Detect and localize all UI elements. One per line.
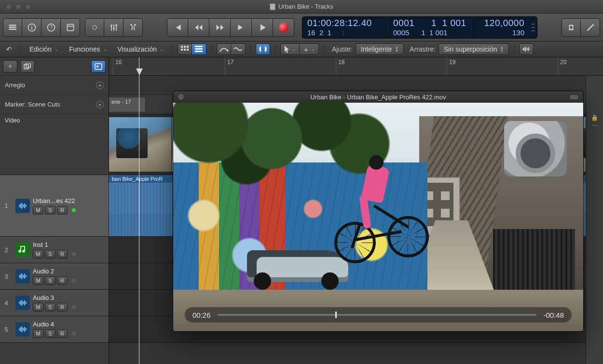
sidebar-arreglo[interactable]: Arreglo + — [0, 76, 109, 95]
go-to-start-button[interactable] — [167, 18, 188, 37]
editors-button[interactable] — [123, 18, 143, 37]
help-button[interactable]: ? — [41, 18, 61, 37]
svg-rect-11 — [113, 27, 114, 29]
solo-button[interactable]: S — [45, 206, 55, 215]
midi-track-icon — [15, 243, 30, 257]
plus-icon[interactable]: + — [96, 81, 104, 89]
global-tracks-button[interactable] — [91, 60, 106, 73]
svg-rect-19 — [184, 49, 186, 51]
svg-rect-16 — [184, 46, 186, 48]
record-button[interactable] — [273, 18, 294, 37]
track-number: 5 — [0, 326, 13, 333]
sidebar-marker[interactable]: Marker: Scene Cuts + — [0, 95, 109, 114]
rewind-button[interactable] — [188, 18, 209, 37]
ajuste-select[interactable]: Inteligente▲▼ — [356, 43, 404, 55]
sidebar-video[interactable]: Vídeo — [0, 114, 109, 175]
lcd-display[interactable]: 01:00:28:12.40 16 2 1 1 0001 1 1 001 000… — [302, 16, 537, 39]
track-number: 4 — [0, 299, 13, 307]
duplicate-track-button[interactable] — [20, 60, 35, 73]
playhead-knob-icon[interactable] — [136, 68, 143, 76]
window-title: Urban Bike - Tracks — [278, 3, 333, 10]
menu-funciones[interactable]: Funciones⌄ — [65, 43, 111, 55]
video-window-handle[interactable] — [570, 95, 578, 99]
menu-edicion[interactable]: Edición⌄ — [26, 43, 62, 55]
track-name: Urban…es 422 — [33, 197, 109, 204]
video-preview-window[interactable]: Urban Bike - Urban Bike_Apple ProRes 422… — [173, 91, 584, 332]
smart-controls-button[interactable] — [85, 18, 104, 37]
library-button[interactable] — [3, 18, 22, 37]
marker-region[interactable]: ene - 17 — [109, 97, 146, 112]
input-monitor-dot — [72, 305, 76, 309]
pointer-tool-button[interactable]: ⌄ — [280, 43, 300, 55]
view-list-button[interactable] — [192, 43, 206, 55]
video-window-titlebar[interactable]: Urban Bike - Urban Bike_Apple ProRes 422… — [173, 91, 583, 103]
svg-rect-5 — [31, 25, 32, 26]
tools-right-button[interactable] — [581, 18, 600, 37]
playhead[interactable] — [139, 57, 139, 364]
lcd-beats-dim: 1 — [342, 28, 345, 37]
add-track-button[interactable]: ＋ — [3, 60, 17, 73]
marker-label: Marker: Scene Cuts — [5, 101, 60, 108]
mute-button[interactable]: M — [33, 276, 43, 285]
track-header-5[interactable]: 5 Audio 4 M S R — [0, 316, 109, 343]
track-header-4[interactable]: 4 Audio 3 M S R — [0, 290, 109, 316]
timeline-ruler[interactable]: 16 17 18 19 20 — [109, 57, 603, 76]
video-close-button[interactable] — [178, 94, 184, 100]
track-header-2[interactable]: 2 Inst 1 M S R — [0, 237, 109, 263]
mute-button[interactable]: M — [33, 250, 43, 258]
video-label: Vídeo — [5, 117, 20, 124]
mixer-button[interactable] — [104, 18, 123, 37]
info-button[interactable] — [22, 18, 41, 37]
scrub-position[interactable] — [335, 311, 337, 318]
view-grid-button[interactable] — [178, 43, 192, 55]
record-enable-button[interactable]: R — [57, 276, 68, 285]
back-arrow-icon[interactable]: ↶ — [3, 45, 15, 53]
record-enable-button[interactable]: R — [57, 206, 68, 215]
pencil-tool-button[interactable]: ＋⌄ — [300, 43, 319, 55]
track-name: Audio 3 — [33, 294, 109, 301]
forward-button[interactable] — [209, 18, 231, 37]
lock-icon[interactable]: 🔒 — [586, 114, 603, 121]
track-name: Audio 2 — [33, 268, 109, 275]
mute-button[interactable]: M — [33, 206, 43, 215]
lcd-menu-icon[interactable] — [529, 17, 537, 38]
record-enable-button[interactable]: R — [57, 303, 68, 311]
automation-curve-button[interactable] — [217, 43, 231, 55]
mute-button[interactable]: M — [33, 303, 43, 311]
tracks-menubar: ↶ Edición⌄ Funciones⌄ Visualización⌄ ⌄ ＋… — [0, 41, 603, 57]
ruler-tick: 18 — [336, 57, 344, 75]
arrastre-select[interactable]: Sin superposición▲▼ — [439, 43, 509, 55]
track-header-3[interactable]: 3 Audio 2 M S R — [0, 263, 109, 290]
flex-button[interactable] — [231, 43, 246, 55]
toolbar-toggle-button[interactable] — [61, 18, 80, 37]
svg-rect-21 — [195, 46, 203, 47]
updown-icon: ▲▼ — [500, 46, 504, 53]
window-titlebar: Urban Bike - Tracks — [0, 0, 603, 13]
record-enable-button[interactable]: R — [57, 250, 68, 258]
solo-button[interactable]: S — [45, 303, 55, 311]
lock-strip: 🔒 ⋯ — [586, 76, 603, 364]
svg-rect-1 — [9, 27, 16, 28]
waveform-zoom-button[interactable] — [519, 43, 534, 55]
play-button[interactable] — [252, 18, 273, 37]
mute-button[interactable]: M — [33, 329, 43, 338]
input-monitor-dot — [72, 208, 76, 212]
chevron-down-icon: ⌄ — [103, 47, 107, 52]
go-to-end-button[interactable] — [231, 18, 252, 37]
ajuste-value: Inteligente — [361, 45, 392, 53]
video-scrubber[interactable]: 00:26 -00:48 — [185, 307, 572, 323]
scene-vent — [504, 121, 567, 176]
cycle-button[interactable] — [562, 18, 581, 37]
menu-visualizacion[interactable]: Visualización⌄ — [114, 43, 167, 55]
track-header-1[interactable]: 1 Urban…es 422 M S R — [0, 175, 109, 237]
record-enable-button[interactable]: R — [57, 329, 68, 338]
chevron-down-icon: ⌄ — [55, 47, 58, 52]
solo-button[interactable]: S — [45, 276, 55, 285]
scrub-track[interactable] — [218, 314, 537, 316]
solo-button[interactable]: S — [45, 250, 55, 258]
svg-rect-2 — [9, 28, 16, 30]
solo-button[interactable]: S — [45, 329, 55, 338]
arreglo-label: Arreglo — [5, 81, 25, 89]
catch-playhead-button[interactable] — [256, 43, 270, 55]
plus-icon[interactable]: + — [96, 101, 104, 108]
